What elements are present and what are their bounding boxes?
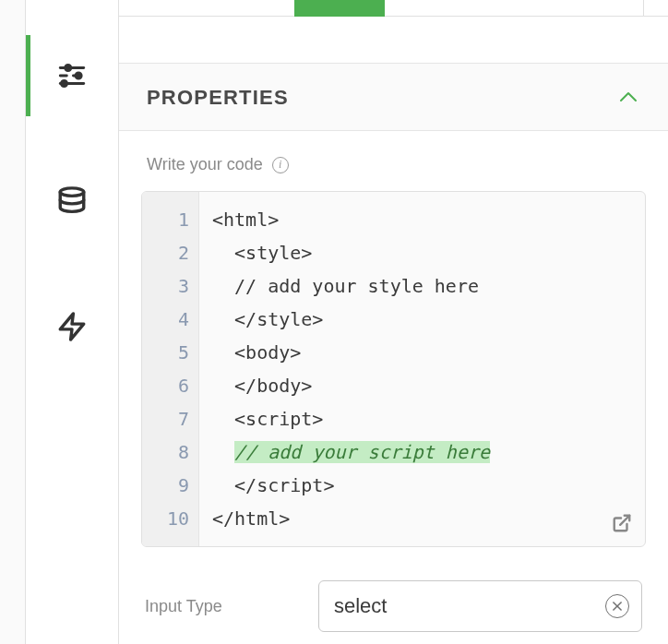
code-subheader: Write your code i <box>119 131 668 191</box>
code-line[interactable]: </body> <box>212 369 632 402</box>
line-number: 8 <box>142 435 189 469</box>
code-line[interactable]: <script> <box>212 402 632 435</box>
left-edge-strip <box>0 0 26 644</box>
svg-point-5 <box>61 80 66 86</box>
code-line[interactable]: </html> <box>212 502 632 535</box>
info-icon[interactable]: i <box>272 157 289 173</box>
code-line[interactable]: </script> <box>212 469 632 502</box>
sidebar <box>26 0 119 644</box>
top-bar <box>119 0 668 17</box>
top-bar-active-marker <box>294 0 385 17</box>
line-number: 9 <box>142 469 189 502</box>
database-icon <box>56 185 88 217</box>
line-number: 5 <box>142 336 189 369</box>
line-number: 2 <box>142 236 189 269</box>
line-number: 1 <box>142 203 189 236</box>
svg-marker-7 <box>60 314 84 340</box>
main-panel: PROPERTIES Write your code i 12345678910… <box>119 0 668 644</box>
svg-point-1 <box>66 65 71 70</box>
top-bar-right-divider <box>643 0 644 17</box>
chevron-up-icon <box>616 86 640 110</box>
code-line[interactable]: <style> <box>212 236 632 269</box>
code-line[interactable]: <html> <box>212 203 632 236</box>
svg-line-8 <box>620 516 629 525</box>
input-type-field[interactable] <box>318 580 642 632</box>
code-line[interactable]: // add your script here <box>212 435 632 469</box>
sidebar-item-settings[interactable] <box>26 35 118 116</box>
code-lines[interactable]: <html> <style> // add your style here </… <box>199 192 645 546</box>
code-line[interactable]: // add your style here <box>212 269 632 303</box>
line-number: 4 <box>142 303 189 336</box>
app-root: PROPERTIES Write your code i 12345678910… <box>0 0 668 644</box>
code-gutter: 12345678910 <box>142 192 199 546</box>
properties-header[interactable]: PROPERTIES <box>119 63 668 131</box>
code-editor[interactable]: 12345678910 <html> <style> // add your s… <box>141 191 646 547</box>
line-number: 3 <box>142 269 189 303</box>
sidebar-item-actions[interactable] <box>26 286 118 367</box>
line-number: 10 <box>142 502 189 535</box>
open-external-button[interactable] <box>608 509 636 537</box>
clear-button[interactable] <box>605 594 629 618</box>
svg-point-6 <box>60 188 84 197</box>
line-number: 7 <box>142 402 189 435</box>
lightning-icon <box>56 311 88 342</box>
input-type-label: Input Type <box>145 597 285 616</box>
line-number: 6 <box>142 369 189 402</box>
code-line[interactable]: <body> <box>212 336 632 369</box>
input-type-wrap <box>318 580 642 632</box>
svg-point-3 <box>76 73 81 78</box>
code-label: Write your code <box>147 155 263 174</box>
properties-panel: PROPERTIES Write your code i 12345678910… <box>119 17 668 644</box>
panel-title: PROPERTIES <box>147 86 289 110</box>
sidebar-item-database[interactable] <box>26 161 118 242</box>
sliders-icon <box>56 60 88 91</box>
input-type-row: Input Type <box>119 564 668 644</box>
code-line[interactable]: </style> <box>212 303 632 336</box>
code-body: 12345678910 <html> <style> // add your s… <box>142 192 645 546</box>
